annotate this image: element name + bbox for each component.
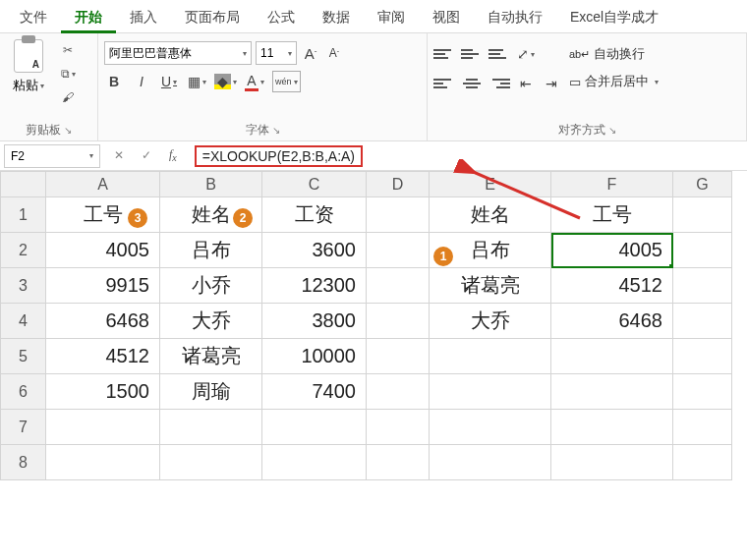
cell[interactable]: 大乔 <box>430 304 551 339</box>
decrease-indent-icon[interactable]: ⇤ <box>516 73 536 94</box>
cell[interactable] <box>551 339 673 374</box>
row-header[interactable]: 8 <box>1 445 46 480</box>
column-header-a[interactable]: A <box>46 172 160 197</box>
cell[interactable] <box>367 410 430 445</box>
increase-indent-icon[interactable]: ⇥ <box>542 73 561 94</box>
cell[interactable]: 4512 <box>551 268 673 304</box>
grid[interactable]: A B C D E F G 1 工号 姓名 工资 姓名 工号 2 4005 吕布… <box>0 171 732 480</box>
paste-icon[interactable] <box>14 39 43 73</box>
column-header-b[interactable]: B <box>160 172 262 197</box>
align-middle-icon[interactable] <box>461 44 483 64</box>
row-header[interactable]: 3 <box>1 268 46 304</box>
align-bottom-icon[interactable] <box>488 44 510 64</box>
cell[interactable] <box>673 410 732 445</box>
phonetic-button[interactable]: wén▾ <box>272 71 301 92</box>
cell[interactable]: 姓名 <box>430 197 551 233</box>
cell[interactable] <box>673 374 732 410</box>
name-box[interactable]: F2▾ <box>4 144 100 168</box>
cell[interactable]: 9915 <box>46 268 160 304</box>
cell[interactable] <box>673 268 732 304</box>
formula-input[interactable]: =XLOOKUP(E2,B:B,A:A) <box>195 145 363 167</box>
font-name-select[interactable]: 阿里巴巴普惠体▾ <box>104 41 252 65</box>
cell[interactable] <box>160 445 262 480</box>
cell[interactable] <box>673 197 732 233</box>
cell[interactable]: 诸葛亮 <box>430 268 551 304</box>
row-header[interactable]: 6 <box>1 374 46 410</box>
cell[interactable] <box>430 410 551 445</box>
row-header[interactable]: 2 <box>1 233 46 268</box>
dialog-launcher-icon[interactable]: ↘ <box>608 125 616 136</box>
cell[interactable] <box>46 410 160 445</box>
cell[interactable] <box>262 410 367 445</box>
cell[interactable]: 工资 <box>262 197 367 233</box>
increase-font-icon[interactable]: Aˆ <box>301 42 320 64</box>
cell[interactable] <box>551 445 673 480</box>
paste-button[interactable]: 粘贴 <box>13 77 38 94</box>
font-size-select[interactable]: 11▾ <box>256 41 297 65</box>
border-button[interactable]: ▦▾ <box>187 71 206 92</box>
tab-file[interactable]: 文件 <box>6 0 61 33</box>
align-top-icon[interactable] <box>433 44 455 64</box>
cell[interactable]: 3600 <box>262 233 367 268</box>
merge-center-button[interactable]: ▭合并后居中▾ <box>569 73 659 90</box>
cell[interactable]: 7400 <box>262 374 367 410</box>
row-header[interactable]: 1 <box>1 197 46 233</box>
cell[interactable]: 4512 <box>46 339 160 374</box>
cell[interactable] <box>46 445 160 480</box>
cell[interactable] <box>673 233 732 268</box>
row-header[interactable]: 4 <box>1 304 46 339</box>
row-header[interactable]: 5 <box>1 339 46 374</box>
cell[interactable] <box>367 304 430 339</box>
wrap-text-button[interactable]: ab↵自动换行 <box>569 45 659 63</box>
tab-auto[interactable]: 自动执行 <box>474 0 556 33</box>
cell[interactable] <box>160 410 262 445</box>
tab-insert[interactable]: 插入 <box>116 0 171 33</box>
orientation-icon[interactable]: ⤢▾ <box>516 43 536 65</box>
cell[interactable]: 6468 <box>46 304 160 339</box>
cell[interactable] <box>673 445 732 480</box>
cell[interactable] <box>367 233 430 268</box>
copy-icon[interactable]: ⧉▾ <box>57 65 79 83</box>
cell[interactable] <box>367 339 430 374</box>
cancel-formula-icon[interactable]: ✕ <box>114 148 124 162</box>
column-header-c[interactable]: C <box>262 172 367 197</box>
cell[interactable] <box>430 445 551 480</box>
column-header-e[interactable]: E <box>430 172 551 197</box>
cell[interactable]: 大乔 <box>160 304 262 339</box>
align-right-icon[interactable] <box>488 74 510 93</box>
fill-color-button[interactable]: ◆▾ <box>214 71 237 92</box>
decrease-font-icon[interactable]: Aˇ <box>324 42 344 64</box>
cell[interactable]: 6468 <box>551 304 673 339</box>
column-header-f[interactable]: F <box>551 172 673 197</box>
cell[interactable]: 10000 <box>262 339 367 374</box>
underline-button[interactable]: U▾ <box>159 71 179 92</box>
dialog-launcher-icon[interactable]: ↘ <box>272 125 280 136</box>
tab-custom[interactable]: Excel自学成才 <box>556 0 672 33</box>
align-left-icon[interactable] <box>433 74 455 93</box>
column-header-d[interactable]: D <box>367 172 430 197</box>
cell[interactable] <box>551 374 673 410</box>
cell[interactable] <box>262 445 367 480</box>
cell[interactable] <box>673 339 732 374</box>
font-color-button[interactable]: A▾ <box>245 71 264 92</box>
cell[interactable]: 3800 <box>262 304 367 339</box>
row-header[interactable]: 7 <box>1 410 46 445</box>
cell[interactable]: 4005 <box>46 233 160 268</box>
cell[interactable]: 工号 <box>551 197 673 233</box>
cell[interactable] <box>551 410 673 445</box>
tab-data[interactable]: 数据 <box>309 0 364 33</box>
tab-review[interactable]: 审阅 <box>364 0 419 33</box>
cell[interactable] <box>367 268 430 304</box>
cell[interactable]: 1500 <box>46 374 160 410</box>
cell[interactable]: 小乔 <box>160 268 262 304</box>
insert-function-icon[interactable]: fx <box>169 147 177 163</box>
cell[interactable] <box>367 445 430 480</box>
cell[interactable]: 诸葛亮 <box>160 339 262 374</box>
cell[interactable] <box>673 304 732 339</box>
select-all-corner[interactable] <box>1 172 46 197</box>
tab-view[interactable]: 视图 <box>419 0 474 33</box>
bold-button[interactable]: B <box>104 71 124 92</box>
cell[interactable] <box>430 374 551 410</box>
cell[interactable]: 周瑜 <box>160 374 262 410</box>
cut-icon[interactable]: ✂ <box>57 41 79 59</box>
